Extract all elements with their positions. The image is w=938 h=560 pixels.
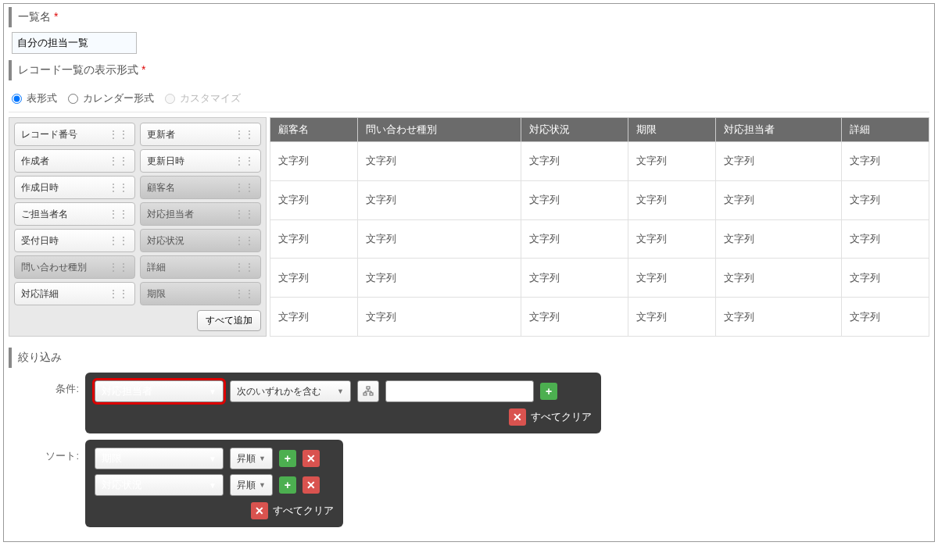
table-column-header[interactable]: 顧客名: [270, 118, 358, 142]
table-cell: 文字列: [841, 259, 929, 298]
table-cell: 文字列: [716, 180, 842, 219]
table-cell: 文字列: [628, 180, 715, 219]
drag-grip-icon: ⋮⋮: [234, 234, 254, 247]
org-picker-icon[interactable]: [357, 380, 379, 402]
sort-label: ソート:: [9, 440, 85, 463]
sort-add-button[interactable]: +: [279, 476, 296, 494]
sort-remove-button[interactable]: ✕: [303, 450, 320, 467]
table-column-header[interactable]: 対応担当者: [716, 118, 842, 142]
field-chip[interactable]: 受付日時⋮⋮: [14, 229, 135, 252]
table-cell: 文字列: [841, 180, 929, 219]
drag-grip-icon: ⋮⋮: [108, 128, 128, 141]
field-chip[interactable]: 問い合わせ種別⋮⋮: [14, 255, 135, 279]
field-chip[interactable]: ご担当者名⋮⋮: [14, 202, 135, 226]
field-chip[interactable]: 顧客名⋮⋮: [140, 176, 261, 199]
field-chip[interactable]: 期限⋮⋮: [140, 282, 261, 305]
table-cell: 文字列: [841, 219, 929, 259]
drag-grip-icon: ⋮⋮: [108, 261, 128, 273]
sort-field-select[interactable]: 期限▼: [95, 448, 224, 469]
sort-clear-label: すべてクリア: [273, 504, 334, 518]
condition-clear-button[interactable]: ✕: [509, 408, 526, 426]
field-chip[interactable]: 詳細⋮⋮: [140, 255, 261, 279]
table-cell: 文字列: [358, 259, 521, 298]
table-cell: 文字列: [270, 142, 358, 181]
preview-table: 顧客名問い合わせ種別対応状況期限対応担当者詳細 文字列文字列文字列文字列文字列文…: [270, 117, 929, 337]
condition-value-input[interactable]: [385, 380, 534, 402]
table-column-header[interactable]: 問い合わせ種別: [358, 118, 521, 142]
table-column-header[interactable]: 対応状況: [521, 118, 628, 142]
sort-order-select[interactable]: 昇順▼: [230, 474, 273, 496]
field-chip[interactable]: 対応担当者⋮⋮: [140, 202, 261, 226]
condition-label: 条件:: [9, 373, 85, 396]
table-cell: 文字列: [841, 298, 929, 337]
field-chip[interactable]: 対応詳細⋮⋮: [14, 282, 135, 305]
table-cell: 文字列: [521, 259, 628, 298]
radio-table[interactable]: 表形式: [12, 91, 57, 105]
table-row: 文字列文字列文字列文字列文字列文字列: [270, 219, 929, 259]
condition-field-select[interactable]: 対応担当者▼: [95, 380, 224, 402]
drag-grip-icon: ⋮⋮: [108, 234, 128, 247]
table-cell: 文字列: [270, 259, 358, 298]
list-name-header: 一覧名 *: [9, 7, 929, 27]
condition-operator-select[interactable]: 次のいずれかを含む▼: [230, 380, 351, 402]
drag-grip-icon: ⋮⋮: [108, 155, 128, 167]
drag-grip-icon: ⋮⋮: [234, 155, 254, 167]
table-row: 文字列文字列文字列文字列文字列文字列: [270, 259, 929, 298]
table-column-header[interactable]: 期限: [628, 118, 715, 142]
table-cell: 文字列: [716, 259, 842, 298]
radio-calendar[interactable]: カレンダー形式: [68, 91, 154, 105]
sort-clear-button[interactable]: ✕: [251, 502, 268, 519]
sort-remove-button[interactable]: ✕: [303, 476, 320, 494]
display-type-header: レコード一覧の表示形式 *: [9, 60, 929, 80]
field-chip[interactable]: 更新者⋮⋮: [140, 123, 261, 146]
sort-add-button[interactable]: +: [279, 450, 296, 467]
drag-grip-icon: ⋮⋮: [234, 208, 254, 220]
table-cell: 文字列: [628, 142, 715, 181]
table-cell: 文字列: [628, 219, 715, 259]
table-cell: 文字列: [270, 298, 358, 337]
table-cell: 文字列: [628, 298, 715, 337]
table-cell: 文字列: [270, 180, 358, 219]
field-chip[interactable]: 更新日時⋮⋮: [140, 149, 261, 173]
table-cell: 文字列: [716, 298, 842, 337]
table-row: 文字列文字列文字列文字列文字列文字列: [270, 142, 929, 181]
table-column-header[interactable]: 詳細: [841, 118, 929, 142]
radio-customize: カスタマイズ: [165, 91, 241, 105]
drag-grip-icon: ⋮⋮: [234, 128, 254, 141]
list-name-input[interactable]: [12, 32, 137, 54]
drag-grip-icon: ⋮⋮: [108, 287, 128, 300]
table-cell: 文字列: [716, 219, 842, 259]
drag-grip-icon: ⋮⋮: [234, 287, 254, 300]
field-chip[interactable]: 作成日時⋮⋮: [14, 176, 135, 199]
table-row: 文字列文字列文字列文字列文字列文字列: [270, 180, 929, 219]
table-cell: 文字列: [270, 219, 358, 259]
table-cell: 文字列: [841, 142, 929, 181]
sort-field-select[interactable]: 対応状況▼: [95, 474, 224, 496]
table-cell: 文字列: [358, 180, 521, 219]
sort-order-select[interactable]: 昇順▼: [230, 448, 273, 469]
table-cell: 文字列: [358, 142, 521, 181]
svg-rect-1: [363, 393, 367, 395]
table-cell: 文字列: [358, 219, 521, 259]
condition-add-button[interactable]: +: [540, 383, 557, 400]
table-cell: 文字列: [521, 180, 628, 219]
drag-grip-icon: ⋮⋮: [234, 261, 254, 273]
svg-rect-0: [367, 387, 370, 389]
condition-clear-label: すべてクリア: [531, 410, 592, 424]
field-palette: レコード番号⋮⋮作成者⋮⋮作成日時⋮⋮ご担当者名⋮⋮受付日時⋮⋮問い合わせ種別⋮…: [9, 117, 267, 337]
table-cell: 文字列: [521, 219, 628, 259]
table-cell: 文字列: [628, 259, 715, 298]
field-chip[interactable]: 作成者⋮⋮: [14, 149, 135, 173]
drag-grip-icon: ⋮⋮: [108, 208, 128, 220]
table-row: 文字列文字列文字列文字列文字列文字列: [270, 298, 929, 337]
drag-grip-icon: ⋮⋮: [234, 181, 254, 194]
field-chip[interactable]: 対応状況⋮⋮: [140, 229, 261, 252]
table-cell: 文字列: [358, 298, 521, 337]
add-all-button[interactable]: すべて追加: [197, 310, 261, 331]
field-chip[interactable]: レコード番号⋮⋮: [14, 123, 135, 146]
drag-grip-icon: ⋮⋮: [108, 181, 128, 194]
filter-header: 絞り込み: [9, 348, 929, 368]
table-cell: 文字列: [521, 142, 628, 181]
svg-rect-2: [370, 393, 373, 395]
table-cell: 文字列: [716, 142, 842, 181]
